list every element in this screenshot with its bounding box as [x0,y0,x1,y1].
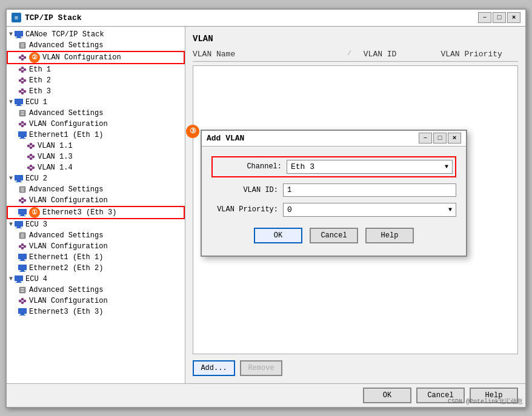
tree-item-eth1_1[interactable]: Ethernet1 (Eth 1) [7,130,185,140]
modal-titlebar: Add VLAN − □ × [202,131,466,147]
tree-label-adv4: Advanced Settings [29,231,103,240]
tree-icon-eth1 [18,65,27,74]
svg-rect-117 [18,265,27,270]
svg-rect-2 [16,38,22,38]
channel-label: Channel: [215,162,282,171]
tree-item-adv5[interactable]: Advanced Settings [7,285,185,295]
vlan-id-row: VLAN ID: [211,183,456,197]
tree-label-ecu2: ECU 2 [25,174,47,183]
svg-rect-55 [21,137,24,138]
tree-label-vlan2: VLAN Configuration [29,120,108,128]
annotation-1: ① [29,207,40,218]
svg-rect-114 [18,254,27,259]
svg-rect-86 [21,189,24,190]
modal-buttons: OK Cancel Help [211,223,456,246]
modal-maximize-button[interactable]: □ [433,133,447,144]
svg-rect-82 [17,180,21,182]
tree-icon-vlan4 [18,242,27,251]
remove-button[interactable]: Remove [240,360,282,376]
tree-icon-vlan5 [18,297,27,305]
tree-icon-adv4 [18,231,27,240]
tree-icon-eth3 [18,87,27,96]
svg-rect-105 [21,237,24,237]
close-button[interactable]: × [507,12,520,23]
tree-item-vlan4[interactable]: VLAN Configuration [7,241,185,252]
svg-rect-39 [15,99,23,104]
channel-value: Eth 3 [291,162,314,171]
svg-rect-116 [19,260,25,261]
svg-rect-125 [21,289,24,290]
modal-help-button[interactable]: Help [365,228,414,243]
vlan-priority-select[interactable]: 0 ▼ [283,203,456,217]
tree-item-adv3[interactable]: Advanced Settings [7,184,185,195]
tree-label-eth3_1: Ethernet3 (Eth 3) [42,208,116,217]
channel-select[interactable]: Eth 3 ▼ [287,160,453,174]
tree-icon-adv5 [18,286,27,294]
tree-item-eth1[interactable]: Eth 1 [7,64,185,75]
main-ok-button[interactable]: OK [363,388,411,403]
svg-rect-87 [21,191,24,191]
modal-cancel-button[interactable]: Cancel [310,228,358,243]
tree-item-vlan5[interactable]: VLAN Configuration [7,295,185,306]
tree-item-eth3[interactable]: Eth 3 [7,86,185,97]
modal-close-button[interactable]: × [448,133,461,144]
tree-icon-adv1 [18,41,27,50]
tree-item-adv2[interactable]: Advanced Settings [7,108,185,119]
tree-item-ecu2[interactable]: ▼ ECU 2 [7,173,185,184]
tree-item-adv4[interactable]: Advanced Settings [7,230,185,241]
svg-rect-137 [19,315,25,315]
watermark: CSDN @Potelink北汇信息 [448,397,523,406]
main-window: ⊞ TCP/IP Stack − □ × ▼ CANoe TCP/IP Stac… [5,8,527,408]
tree-label-eth1_2: Ethernet1 (Eth 1) [29,253,103,262]
tree-item-eth3_2[interactable]: Ethernet3 (Eth 3) [7,306,185,317]
tree-label-eth2: Eth 2 [29,76,51,85]
expand-icon: ▼ [9,175,13,182]
tree-item-vlan1_1[interactable]: VLAN 1.1 [7,140,185,151]
svg-rect-118 [21,270,24,271]
tree-label-vlan4: VLAN Configuration [29,242,108,251]
tree-icon-vlan3 [18,196,27,205]
tree-item-vlan2[interactable]: VLAN Configuration [7,119,185,130]
tree-item-vlan3[interactable]: VLAN Configuration [7,195,185,206]
tree-item-vlan1_4[interactable]: VLAN 1.4 [7,162,185,173]
tree-label-vlan1: VLAN Configuration [42,53,121,62]
minimize-button[interactable]: − [478,12,491,23]
tree-item-ecu3[interactable]: ▼ ECU 3 [7,219,185,230]
tree-item-ecu1[interactable]: ▼ ECU 1 [7,97,185,108]
tree-icon-eth3_2 [18,308,27,316]
add-button[interactable]: Add... [193,360,235,376]
tree-item-eth2[interactable]: Eth 2 [7,75,185,86]
svg-rect-103 [21,234,24,234]
tree-item-vlan1[interactable]: ②VLAN Configuration [7,51,185,64]
expand-icon: ▼ [9,276,13,282]
svg-rect-81 [15,175,23,180]
vlan-priority-row: VLAN Priority: 0 ▼ [211,203,456,217]
maximize-button[interactable]: □ [493,12,506,23]
tree-item-eth2_2[interactable]: Ethernet2 (Eth 2) [7,263,185,274]
svg-rect-104 [21,235,24,236]
vlan-id-label: VLAN ID: [211,186,278,194]
modal-ok-button[interactable]: OK [254,228,302,243]
svg-rect-1 [17,36,21,38]
svg-rect-40 [17,104,21,105]
tree-label-adv5: Advanced Settings [29,286,103,294]
modal-controls: − □ × [419,133,461,144]
tree-icon-root [14,30,24,39]
tree-item-vlan1_3[interactable]: VLAN 1.3 [7,151,185,162]
tree-item-adv1[interactable]: Advanced Settings [7,40,185,51]
modal-minimize-button[interactable]: − [419,133,432,144]
tree-icon-eth2_2 [18,264,27,272]
tree-item-ecu4[interactable]: ▼ ECU 4 [7,274,185,285]
tree-icon-eth1_2 [18,253,27,262]
tree-icon-ecu3 [14,220,24,229]
tree-label-eth3_2: Ethernet3 (Eth 3) [29,308,103,316]
vlan-id-input[interactable] [283,183,456,197]
sort-indicator: / [347,50,351,59]
tree-item-eth1_2[interactable]: Ethernet1 (Eth 1) [7,252,185,263]
panel-bottom-buttons: Add... Remove [193,360,518,376]
svg-rect-120 [15,276,23,281]
tree-item-root[interactable]: ▼ CANoe TCP/IP Stack [7,29,185,40]
tree-icon-adv3 [18,185,27,194]
tree-item-eth3_1[interactable]: ①Ethernet3 (Eth 3) [7,206,185,219]
svg-rect-96 [18,209,27,214]
